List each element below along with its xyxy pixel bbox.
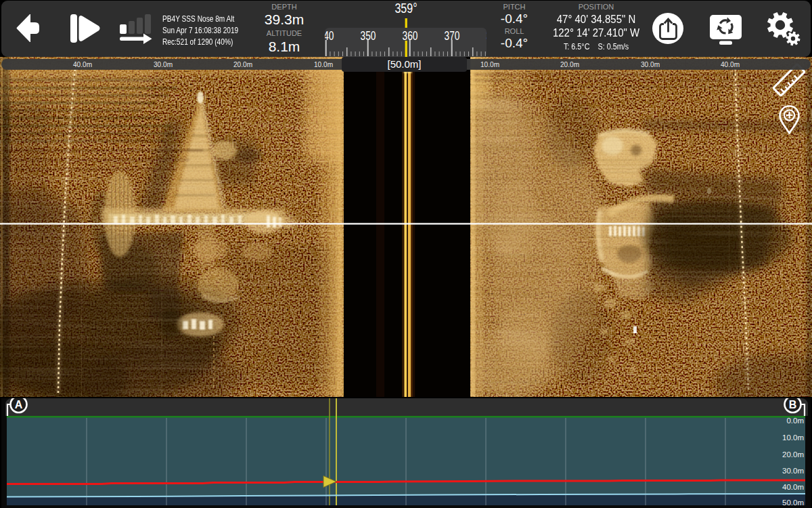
svg-text:20.0m: 20.0m (782, 450, 804, 459)
svg-text:10.0m: 10.0m (782, 433, 804, 442)
svg-text:30.0m: 30.0m (782, 467, 804, 475)
svg-text:50.0m: 50.0m (782, 499, 804, 507)
svg-text:40.0m: 40.0m (782, 483, 804, 491)
svg-text:0.0m: 0.0m (786, 417, 804, 425)
svg-text:A: A (15, 399, 23, 410)
svg-text:B: B (789, 399, 797, 410)
